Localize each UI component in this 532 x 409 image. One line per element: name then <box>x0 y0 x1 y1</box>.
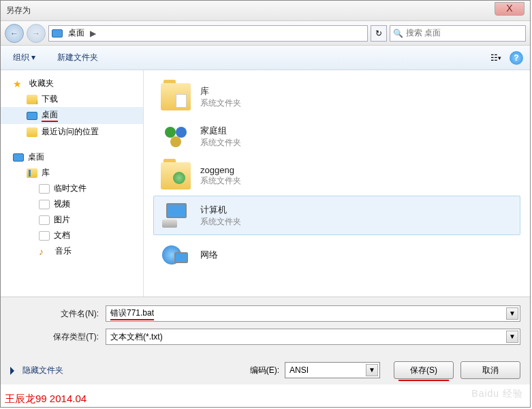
sidebar-item-favorites[interactable]: ★收藏夹 <box>1 76 143 91</box>
refresh-icon: ↻ <box>375 29 382 38</box>
list-item[interactable]: 网络 <box>153 235 520 275</box>
file-list: 库系统文件夹 家庭组系统文件夹 zoggeng系统文件夹 计算机系统文件夹 网络 <box>144 70 530 297</box>
sidebar: ★收藏夹 下载 桌面 最近访问的位置 桌面 库 临时文件 视频 图片 文档 ♪音… <box>1 70 144 297</box>
sidebar-item-temp[interactable]: 临时文件 <box>1 181 143 196</box>
save-as-dialog: 另存为 X ← → 桌面 ▶ ↻ 🔍 搜索 桌面 组织 ▾ 新建文件夹 ☷▾ ?… <box>0 0 531 408</box>
homegroup-icon <box>159 121 192 151</box>
svg-point-1 <box>176 127 187 138</box>
address-bar[interactable]: 桌面 ▶ <box>48 25 368 42</box>
filetype-label: 保存类型(T): <box>10 331 106 343</box>
svg-point-0 <box>165 127 176 138</box>
view-icon: ☷ <box>490 53 498 63</box>
window-title: 另存为 <box>6 5 31 16</box>
author-watermark: 王辰龙99 2014.04 <box>5 393 87 406</box>
download-icon <box>27 95 37 104</box>
save-button[interactable]: 保存(S) <box>394 361 454 379</box>
desktop-icon <box>52 29 63 37</box>
sidebar-item-video[interactable]: 视频 <box>1 196 143 212</box>
search-placeholder: 搜索 桌面 <box>406 27 441 39</box>
desktop-icon <box>27 112 37 120</box>
list-item[interactable]: zoggeng系统文件夹 <box>153 156 520 196</box>
arrow-left-icon: ← <box>10 29 18 38</box>
bottom-panel: 文件名(N): 错误771.bat ▼ 保存类型(T): 文本文档(*.txt)… <box>1 297 530 384</box>
list-item[interactable]: 库系统文件夹 <box>153 77 520 117</box>
sidebar-item-desktop2[interactable]: 桌面 <box>1 149 143 165</box>
close-button[interactable]: X <box>495 2 525 16</box>
sidebar-item-library[interactable]: 库 <box>1 165 143 181</box>
library-icon <box>159 82 192 112</box>
sidebar-item-music[interactable]: ♪音乐 <box>1 243 143 259</box>
refresh-button[interactable]: ↻ <box>371 25 387 42</box>
video-icon <box>39 200 50 209</box>
baidu-watermark: Baidu 经验 <box>471 388 523 400</box>
title-bar: 另存为 X <box>1 1 530 21</box>
filename-label: 文件名(N): <box>10 308 106 320</box>
picture-icon <box>39 215 50 225</box>
filename-input[interactable]: 错误771.bat ▼ <box>106 305 520 322</box>
view-options-button[interactable]: ☷▾ <box>488 50 504 66</box>
filetype-select[interactable]: 文本文档(*.txt) ▼ <box>106 329 520 345</box>
library-icon <box>27 168 37 178</box>
encoding-select[interactable]: ANSI ▼ <box>285 362 380 378</box>
document-icon <box>39 231 50 241</box>
list-item-selected[interactable]: 计算机系统文件夹 <box>153 196 520 235</box>
recent-icon <box>27 127 37 137</box>
computer-icon <box>159 200 192 230</box>
sidebar-item-desktop[interactable]: 桌面 <box>1 107 143 124</box>
organize-button[interactable]: 组织 ▾ <box>9 49 40 66</box>
sidebar-item-recent[interactable]: 最近访问的位置 <box>1 124 143 140</box>
list-item[interactable]: 家庭组系统文件夹 <box>153 117 520 156</box>
sidebar-item-docs[interactable]: 文档 <box>1 228 143 243</box>
chevron-right-icon[interactable]: ▶ <box>90 29 96 38</box>
encoding-label: 编码(E): <box>250 365 279 376</box>
sidebar-item-pictures[interactable]: 图片 <box>1 212 143 228</box>
music-icon: ♪ <box>39 246 51 257</box>
chevron-down-icon[interactable]: ▼ <box>366 364 378 376</box>
help-button[interactable]: ? <box>510 51 523 65</box>
user-folder-icon <box>159 161 192 191</box>
arrow-right-icon: → <box>32 29 40 38</box>
chevron-down-icon[interactable]: ▼ <box>506 307 518 320</box>
cancel-button[interactable]: 取消 <box>460 361 520 379</box>
sidebar-item-downloads[interactable]: 下载 <box>1 91 143 107</box>
desktop-icon <box>13 153 24 162</box>
toolbar: 组织 ▾ 新建文件夹 ☷▾ ? <box>1 46 530 70</box>
dialog-body: ★收藏夹 下载 桌面 最近访问的位置 桌面 库 临时文件 视频 图片 文档 ♪音… <box>1 70 530 297</box>
search-icon: 🔍 <box>393 29 403 38</box>
chevron-down-icon[interactable]: ▼ <box>506 331 518 343</box>
star-icon: ★ <box>13 78 25 89</box>
nav-bar: ← → 桌面 ▶ ↻ 🔍 搜索 桌面 <box>1 21 530 46</box>
search-input[interactable]: 🔍 搜索 桌面 <box>390 25 526 42</box>
new-folder-button[interactable]: 新建文件夹 <box>53 49 102 66</box>
hide-folders-toggle[interactable]: 隐藏文件夹 <box>10 365 63 376</box>
path-segment[interactable]: 桌面 <box>65 27 87 39</box>
back-button[interactable]: ← <box>5 24 24 43</box>
triangle-icon <box>10 367 18 375</box>
svg-point-2 <box>170 136 181 147</box>
forward-button[interactable]: → <box>27 24 46 43</box>
file-icon <box>39 184 50 194</box>
network-icon <box>159 240 192 270</box>
